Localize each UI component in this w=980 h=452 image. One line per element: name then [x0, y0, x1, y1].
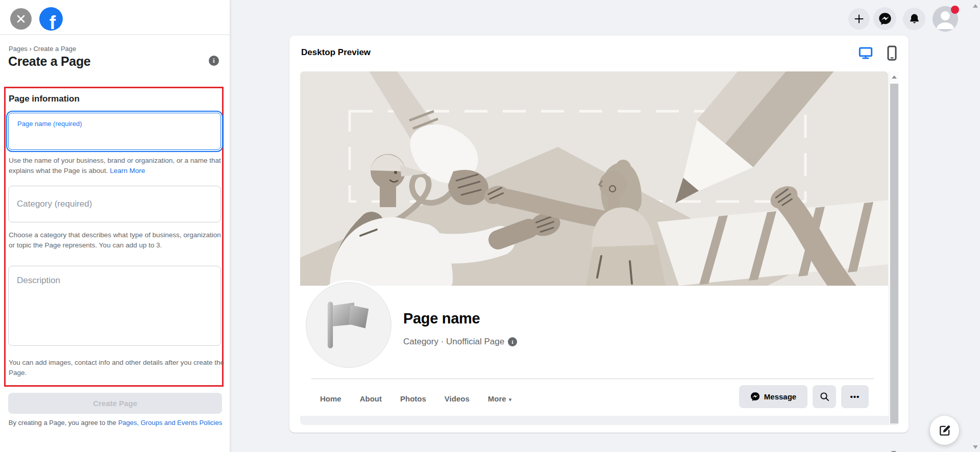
- desktop-preview-card: Desktop Preview: [289, 36, 909, 433]
- messenger-button[interactable]: [873, 7, 896, 30]
- page-title: Create a Page: [8, 54, 90, 69]
- facebook-logo[interactable]: f: [39, 7, 63, 31]
- chevron-down-icon: ▾: [509, 396, 512, 403]
- info-icon[interactable]: i: [209, 56, 219, 66]
- mobile-toggle-button[interactable]: [886, 44, 898, 63]
- tab-more[interactable]: More▾: [488, 394, 511, 403]
- policies-link[interactable]: Pages, Groups and Events Policies: [118, 419, 222, 426]
- preview-tab-bar: Home About Photos Videos More▾: [320, 388, 511, 409]
- cover-photo-area[interactable]: [300, 71, 888, 286]
- page-profile-picture[interactable]: [306, 282, 391, 368]
- bell-icon: [908, 13, 921, 26]
- tab-home[interactable]: Home: [320, 394, 341, 403]
- learn-more-link[interactable]: Learn More: [110, 167, 145, 174]
- device-toggle: [857, 44, 898, 63]
- description-help: You can add images, contact info and oth…: [9, 358, 225, 378]
- scroll-up-arrow[interactable]: [892, 76, 897, 79]
- tab-videos[interactable]: Videos: [445, 394, 470, 403]
- page-scrollbar[interactable]: [971, 0, 980, 452]
- plus-icon: [853, 13, 865, 24]
- close-icon: [16, 14, 26, 24]
- message-button[interactable]: Message: [739, 385, 807, 408]
- mobile-icon: [887, 45, 897, 61]
- desktop-icon: [858, 46, 873, 60]
- search-icon: [820, 392, 829, 401]
- create-page-screen: f Pages › Create a Page Create a Page i …: [0, 0, 980, 452]
- compose-button[interactable]: [930, 416, 959, 445]
- desktop-toggle-button[interactable]: [857, 45, 874, 63]
- flag-icon: [327, 300, 371, 349]
- create-page-button[interactable]: Create Page: [8, 393, 222, 414]
- create-page-sidebar: f Pages › Create a Page Create a Page i …: [0, 0, 230, 452]
- category-help: Choose a category that describes what ty…: [9, 230, 225, 250]
- unofficial-info-icon[interactable]: i: [508, 337, 517, 346]
- preview-actions: Message •••: [739, 385, 869, 408]
- page-more-button[interactable]: •••: [841, 385, 869, 408]
- page-search-button[interactable]: [813, 385, 836, 408]
- close-button[interactable]: [10, 8, 32, 30]
- account-avatar[interactable]: [933, 6, 958, 32]
- sidebar-header: f: [0, 0, 230, 35]
- breadcrumb[interactable]: Pages › Create a Page: [9, 45, 76, 53]
- scrollbar-thumb[interactable]: [890, 84, 898, 423]
- notifications-button[interactable]: [903, 8, 925, 30]
- preview-category-meta: Category · Unofficial Page i: [403, 337, 517, 347]
- preview-title: Desktop Preview: [301, 47, 371, 58]
- cover-illustration: [300, 71, 888, 286]
- create-menu-button[interactable]: [848, 8, 870, 30]
- page-name-help: Use the name of your business, brand or …: [9, 156, 225, 176]
- preview-scrollbar[interactable]: [889, 71, 899, 423]
- page-name-label: Page name (required): [17, 120, 82, 128]
- messenger-icon: [878, 12, 892, 26]
- preview-divider: [311, 379, 874, 379]
- legal-text: By creating a Page, you agree to the Pag…: [8, 418, 223, 427]
- page-name-input[interactable]: Page name (required): [8, 113, 221, 150]
- preview-footer-strip: [300, 416, 899, 425]
- compose-icon: [938, 424, 951, 437]
- tab-photos[interactable]: Photos: [400, 394, 426, 403]
- category-input[interactable]: [8, 186, 221, 222]
- page-scroll-down-arrow[interactable]: [973, 445, 978, 449]
- ellipsis-icon: •••: [850, 392, 860, 401]
- notification-dot: [951, 6, 959, 14]
- description-input[interactable]: [8, 266, 221, 346]
- page-scroll-up-arrow[interactable]: [973, 4, 978, 8]
- messenger-icon: [750, 392, 760, 401]
- tab-about[interactable]: About: [360, 394, 382, 403]
- section-title: Page information: [9, 94, 80, 104]
- preview-page-name: Page name: [403, 310, 480, 327]
